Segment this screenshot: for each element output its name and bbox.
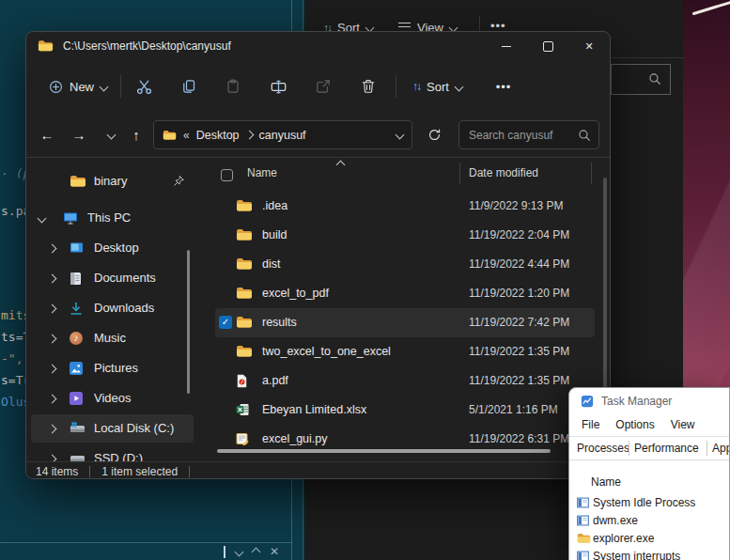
- column-divider[interactable]: [591, 163, 592, 184]
- sidebar-item-local-disk-c[interactable]: Local Disk (C:): [26, 413, 212, 443]
- file-row[interactable]: Ebeyan Limited.xlsx 5/1/2021 1:16 PM: [215, 396, 595, 425]
- maximize-button[interactable]: [527, 32, 568, 60]
- up-button[interactable]: ↑: [123, 121, 149, 148]
- sidebar-item-desktop[interactable]: Desktop: [26, 233, 212, 263]
- file-row[interactable]: a.pdf 11/19/2022 1:35 PM: [215, 366, 595, 396]
- file-row[interactable]: two_excel_to_one_excel 11/19/2022 1:35 P…: [215, 337, 595, 366]
- forward-button[interactable]: →: [66, 121, 92, 148]
- menu-view[interactable]: View: [671, 418, 695, 431]
- search-icon: [648, 72, 661, 86]
- sidebar-item-music[interactable]: ♪ Music: [26, 323, 212, 353]
- column-header-date-modified[interactable]: Date modified: [469, 166, 538, 179]
- file-date: 11/19/2022 1:35 PM: [469, 345, 569, 358]
- item-count: 14 items: [36, 465, 78, 478]
- documents-icon: [70, 272, 82, 286]
- close-button[interactable]: ✕: [568, 32, 610, 60]
- delete-button[interactable]: [353, 71, 383, 101]
- minimize-button[interactable]: [486, 32, 527, 60]
- chevron-right-icon[interactable]: [48, 395, 57, 404]
- this-pc-icon: [63, 211, 78, 225]
- sidebar-item-label: Downloads: [94, 301, 154, 315]
- chevron-right-icon[interactable]: [48, 244, 57, 254]
- file-row[interactable]: excel_to_pdf 11/19/2022 1:20 PM: [215, 279, 595, 308]
- sidebar-item-this-pc[interactable]: This PC: [26, 203, 212, 233]
- caption-controls: ✕: [486, 32, 610, 60]
- sidebar-item-label: Desktop: [94, 241, 139, 255]
- file-name: a.pdf: [262, 374, 288, 387]
- chevron-down-icon[interactable]: [38, 214, 47, 224]
- menu-file[interactable]: File: [582, 418, 599, 431]
- taskmgr-titlebar[interactable]: Task Manager: [569, 388, 729, 413]
- bg-search-box[interactable]: [611, 64, 671, 95]
- paste-button[interactable]: [218, 71, 248, 101]
- command-bar: New ↑↓ So: [26, 60, 610, 113]
- find-close-icon[interactable]: ✕: [270, 546, 279, 557]
- tab-app-history[interactable]: App: [712, 442, 730, 455]
- back-button[interactable]: ←: [34, 121, 60, 148]
- chevron-down-icon: [454, 82, 463, 91]
- horizontal-scrollbar[interactable]: [217, 449, 551, 453]
- file-row[interactable]: build 11/19/2022 2:04 PM: [215, 221, 595, 250]
- sidebar-item-downloads[interactable]: Downloads: [26, 293, 212, 323]
- new-button[interactable]: New: [39, 72, 116, 101]
- more-button[interactable]: •••: [489, 71, 519, 101]
- system-process-icon: [577, 551, 589, 560]
- file-row-selected[interactable]: ✓ results 11/19/2022 7:42 PM: [215, 308, 595, 337]
- taskmgr-menubar: File Options View: [569, 413, 729, 437]
- folder-icon: [577, 533, 591, 544]
- breadcrumb-overflow[interactable]: «: [183, 129, 190, 142]
- selected-checkbox[interactable]: ✓: [219, 316, 232, 329]
- text-cursor: [224, 546, 225, 558]
- chevron-right-icon[interactable]: [48, 274, 57, 284]
- file-row[interactable]: .idea 11/9/2022 9:13 PM: [215, 192, 595, 221]
- system-process-icon: [577, 515, 589, 526]
- folder-icon: [236, 345, 253, 358]
- rename-button[interactable]: [263, 71, 293, 101]
- file-name: results: [262, 316, 297, 329]
- refresh-button[interactable]: [421, 121, 447, 148]
- desktop-icon: [70, 241, 84, 254]
- music-icon: ♪: [70, 332, 83, 345]
- taskmgr-column-name[interactable]: Name: [591, 475, 621, 489]
- sidebar-item-documents[interactable]: Documents: [26, 263, 212, 293]
- plus-circle-icon: [49, 80, 63, 94]
- titlebar[interactable]: C:\Users\mertk\Desktop\canyusuf ✕: [26, 32, 610, 60]
- find-previous-icon[interactable]: [252, 548, 261, 557]
- process-row[interactable]: System interrupts: [569, 548, 729, 560]
- process-name: System Idle Process: [593, 496, 695, 509]
- sidebar-scrollbar[interactable]: [187, 250, 190, 394]
- process-row[interactable]: System Idle Process: [569, 494, 729, 512]
- sidebar-item-videos[interactable]: Videos: [26, 383, 212, 413]
- sidebar-item-label: Documents: [94, 271, 156, 285]
- share-button[interactable]: [308, 71, 338, 101]
- code-fragment: -",: [1, 351, 23, 366]
- breadcrumb-desktop[interactable]: Desktop: [196, 129, 240, 142]
- sidebar-item-label: Music: [94, 331, 126, 345]
- process-row[interactable]: explorer.exe: [569, 530, 729, 548]
- tab-performance[interactable]: Performance: [634, 442, 699, 455]
- file-explorer-window: C:\Users\mertk\Desktop\canyusuf ✕ New: [25, 31, 611, 479]
- sidebar-item-binary[interactable]: binary: [26, 166, 212, 196]
- menu-options[interactable]: Options: [615, 418, 654, 431]
- address-dropdown-icon[interactable]: [396, 131, 405, 140]
- cut-button[interactable]: [129, 71, 159, 101]
- tab-processes[interactable]: Processes: [577, 442, 629, 455]
- chevron-right-icon[interactable]: [48, 334, 57, 344]
- breadcrumb-canyusuf[interactable]: canyusuf: [259, 129, 306, 142]
- address-box[interactable]: « Desktop canyusuf: [153, 120, 412, 149]
- chevron-right-icon[interactable]: [48, 304, 57, 314]
- chevron-right-icon[interactable]: [48, 425, 57, 434]
- file-date: 11/19/2022 1:20 PM: [469, 287, 569, 300]
- find-next-icon[interactable]: [235, 548, 244, 557]
- sort-button[interactable]: ↑↓ Sort: [407, 71, 468, 101]
- file-date: 11/19/2022 6:31 PM: [469, 432, 569, 445]
- select-all-checkbox[interactable]: [221, 169, 233, 181]
- recent-locations-button[interactable]: [98, 121, 124, 148]
- sidebar-item-pictures[interactable]: Pictures: [26, 353, 212, 383]
- process-row[interactable]: dwm.exe: [569, 512, 729, 530]
- copy-button[interactable]: [174, 71, 204, 101]
- file-row[interactable]: dist 11/19/2022 4:44 PM: [215, 250, 595, 279]
- column-divider[interactable]: [459, 163, 460, 184]
- column-header-name[interactable]: Name: [247, 166, 277, 179]
- chevron-right-icon[interactable]: [48, 365, 57, 374]
